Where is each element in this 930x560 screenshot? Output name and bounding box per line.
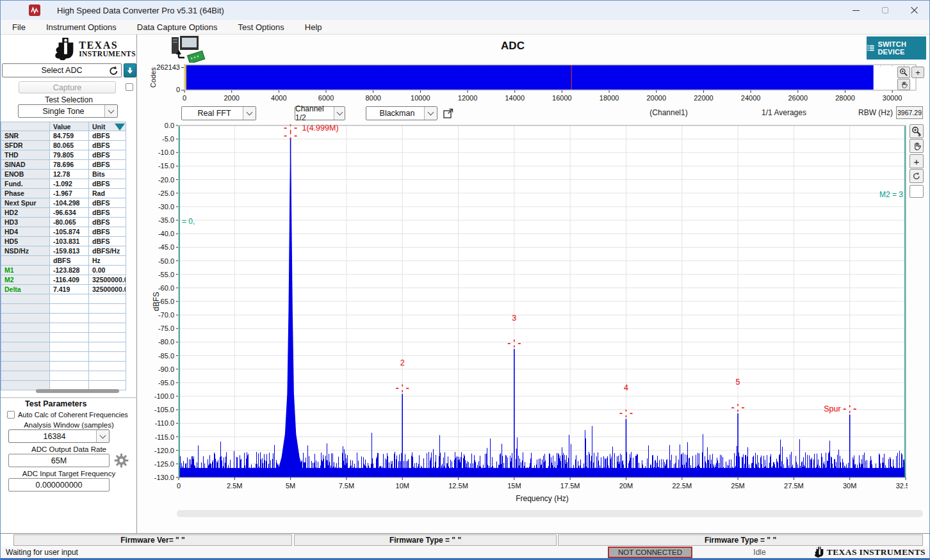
table-row: SFDR80.065dBFS bbox=[1, 141, 126, 150]
minimize-button[interactable] bbox=[841, 1, 870, 20]
svg-text:Spur: Spur bbox=[824, 404, 840, 413]
table-row: THD79.805dBFS bbox=[1, 150, 126, 160]
svg-text:16000: 16000 bbox=[552, 94, 572, 102]
input-freq-label: ADC Input Target Frequency bbox=[1, 470, 137, 477]
sidebar: TEXAS INSTRUMENTS Select ADC Capture Tes… bbox=[1, 35, 137, 533]
row-value: 84.759 bbox=[50, 131, 89, 141]
svg-text:32.5M: 32.5M bbox=[896, 482, 908, 490]
row-unit bbox=[89, 342, 126, 352]
svg-text:12000: 12000 bbox=[458, 94, 478, 102]
svg-text:Codes: Codes bbox=[149, 67, 157, 88]
svg-text:6000: 6000 bbox=[318, 94, 334, 102]
window-dropdown[interactable]: Blackman bbox=[366, 106, 437, 120]
row-label: Next Spur bbox=[1, 198, 50, 208]
codes-zoom-button[interactable] bbox=[897, 67, 910, 78]
test-selection-value: Single Tone bbox=[42, 107, 84, 116]
fft-crosshair-button[interactable]: + bbox=[910, 154, 924, 168]
svg-text:10M: 10M bbox=[396, 482, 409, 490]
ti-logo: TEXAS INSTRUMENTS bbox=[1, 36, 137, 62]
svg-text:-5.0: -5.0 bbox=[162, 135, 174, 143]
filter-icon[interactable] bbox=[115, 124, 125, 131]
row-unit: 32500000.0 bbox=[89, 285, 126, 294]
row-label bbox=[1, 333, 50, 342]
row-unit: Bits bbox=[89, 170, 126, 179]
fft-type-value: Real FFT bbox=[197, 109, 231, 118]
codes-crosshair-button[interactable]: + bbox=[911, 67, 924, 78]
settings-gear-button[interactable] bbox=[113, 452, 129, 471]
main-panel: ADC SWITCH DEVICE 0200040006000800010000… bbox=[137, 35, 929, 533]
row-unit: dBFS/Hz bbox=[89, 246, 126, 256]
svg-text:-125.0: -125.0 bbox=[154, 460, 174, 468]
input-freq-input[interactable]: 0.000000000 bbox=[8, 478, 110, 492]
svg-text:22.5M: 22.5M bbox=[672, 482, 692, 490]
fft-blank-button[interactable] bbox=[910, 185, 924, 198]
table-row: Next Spur-104.298dBFS bbox=[1, 198, 126, 208]
row-value: -1.092 bbox=[50, 179, 89, 189]
row-label bbox=[1, 294, 50, 304]
fft-type-dropdown[interactable]: Real FFT bbox=[181, 106, 256, 120]
svg-text:2.5M: 2.5M bbox=[227, 482, 242, 490]
svg-text:M2 = 3: M2 = 3 bbox=[879, 190, 903, 199]
menu-item-help[interactable]: Help bbox=[298, 21, 329, 33]
row-label: SNR bbox=[1, 131, 50, 141]
output-rate-input[interactable]: 65M bbox=[8, 454, 110, 467]
channel-dropdown[interactable]: Channel 1/2 bbox=[295, 106, 345, 120]
app-window: High Speed Data Converter Pro v5.31 (64B… bbox=[0, 0, 930, 560]
switch-device-button[interactable]: SWITCH DEVICE bbox=[867, 36, 926, 60]
device-download-button[interactable] bbox=[124, 63, 136, 77]
svg-text:-35.0: -35.0 bbox=[158, 216, 174, 224]
menu-item-data-capture-options[interactable]: Data Capture Options bbox=[131, 21, 224, 33]
select-adc-combobox[interactable]: Select ADC bbox=[2, 63, 122, 77]
svg-text:-100.0: -100.0 bbox=[154, 392, 174, 400]
analysis-window-dropdown[interactable]: 16384 bbox=[8, 429, 110, 443]
test-selection-dropdown[interactable]: Single Tone bbox=[18, 104, 118, 118]
close-button[interactable] bbox=[900, 1, 929, 20]
refresh-icon[interactable] bbox=[108, 65, 119, 78]
codes-chart[interactable]: 0200040006000800010000120001400016000180… bbox=[145, 62, 918, 103]
svg-text:-85.0: -85.0 bbox=[158, 352, 174, 360]
svg-text:262143: 262143 bbox=[156, 63, 180, 71]
row-value: -123.828 bbox=[50, 266, 89, 275]
row-unit bbox=[89, 323, 126, 333]
page-title: ADC bbox=[501, 40, 525, 52]
firmware-ver-box: Firmware Ver= " " bbox=[13, 534, 292, 546]
row-label bbox=[1, 371, 50, 381]
svg-text:-20.0: -20.0 bbox=[158, 176, 174, 184]
row-label bbox=[1, 122, 50, 131]
row-value: -96.634 bbox=[50, 208, 89, 218]
connection-badge: NOT CONNECTED bbox=[608, 547, 692, 558]
brand-line1: TEXAS bbox=[79, 40, 136, 51]
capture-checkbox[interactable] bbox=[126, 83, 133, 91]
svg-text:7.5M: 7.5M bbox=[339, 482, 354, 490]
maximize-button[interactable] bbox=[870, 1, 900, 20]
chevron-down-icon bbox=[100, 432, 106, 438]
svg-text:-60.0: -60.0 bbox=[158, 284, 174, 292]
table-row bbox=[1, 314, 126, 323]
svg-text:12.5M: 12.5M bbox=[448, 482, 468, 490]
table-h-scrollbar[interactable] bbox=[36, 389, 119, 393]
menu-item-instrument-options[interactable]: Instrument Options bbox=[40, 21, 123, 33]
row-unit bbox=[89, 333, 126, 342]
fft-h-scrollbar[interactable] bbox=[177, 510, 923, 517]
codes-pan-button[interactable] bbox=[897, 79, 910, 90]
row-unit: dBFS bbox=[89, 160, 126, 170]
row-label: HD4 bbox=[1, 227, 50, 237]
brand-line2: INSTRUMENTS bbox=[79, 51, 136, 58]
table-row bbox=[1, 352, 126, 362]
row-unit bbox=[89, 314, 126, 323]
capture-button[interactable]: Capture bbox=[19, 81, 116, 93]
auto-calc-checkbox[interactable] bbox=[7, 411, 15, 419]
fft-reset-button[interactable] bbox=[910, 169, 924, 183]
fft-chart[interactable]: 1(4.999M)2345Spur= 0,M2 = 30.0-5.0-10.0-… bbox=[151, 122, 908, 506]
fft-zoom-button[interactable] bbox=[910, 124, 924, 138]
menu-item-test-options[interactable]: Test Options bbox=[232, 21, 291, 33]
firmware-type-box-1: Firmware Type = " " bbox=[294, 534, 557, 546]
table-row: ENOB12.78Bits bbox=[1, 170, 126, 179]
popout-icon[interactable] bbox=[443, 108, 454, 119]
row-unit bbox=[89, 304, 126, 314]
menu-item-file[interactable]: File bbox=[6, 21, 32, 33]
svg-text:26000: 26000 bbox=[788, 94, 808, 102]
row-value bbox=[50, 371, 89, 381]
fft-pan-button[interactable] bbox=[910, 139, 924, 153]
svg-text:5: 5 bbox=[736, 378, 740, 387]
